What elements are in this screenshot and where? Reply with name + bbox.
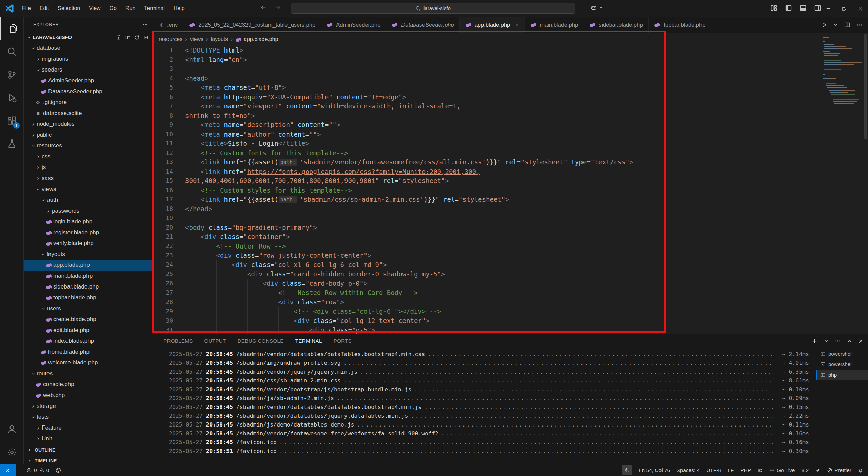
tree-item-seeders[interactable]: seeders [24, 64, 153, 75]
tree-item-home-blade-php[interactable]: home.blade.php [24, 346, 153, 357]
tab-sidebar-blade-php[interactable]: sidebar.blade.php [584, 17, 649, 33]
code-editor[interactable]: 1<!DOCTYPE html>2<html lang="en">34<head… [153, 46, 821, 334]
tree-item-css[interactable]: css [24, 151, 153, 162]
tab-main-blade-php[interactable]: main.blade.php [525, 17, 584, 33]
close-panel-icon[interactable] [858, 339, 863, 344]
status-item-8-2[interactable]: 8.2 [801, 467, 809, 473]
tree-item-users[interactable]: users [24, 303, 153, 314]
command-center-search[interactable]: laravel-sisfo [291, 3, 575, 14]
panel-tab-ports[interactable]: PORTS [333, 335, 352, 347]
tree-item-sass[interactable]: sass [24, 173, 153, 184]
tree-item-public[interactable]: public [24, 130, 153, 140]
activitybar-item-settings-gear[interactable] [0, 441, 24, 464]
tree-item-tests[interactable]: tests [24, 412, 153, 422]
tree-item-layouts[interactable]: layouts [24, 249, 153, 260]
panel-tab-output[interactable]: OUTPUT [204, 335, 227, 347]
minimize-icon[interactable] [820, 0, 836, 17]
breadcrumb-item-resources[interactable]: resources [159, 36, 182, 42]
new-folder-icon[interactable] [125, 35, 131, 40]
status-item-go-live[interactable]: Go Live [769, 467, 795, 473]
copilot-chevron-down-icon[interactable] [599, 6, 603, 10]
restore-icon[interactable] [836, 0, 852, 17]
minimap[interactable] [823, 35, 863, 106]
tree-item-storage[interactable]: storage [24, 401, 153, 412]
status-item-php[interactable]: PHP [740, 467, 751, 473]
status-item-bell[interactable] [858, 468, 863, 473]
terminal-instance-powershell[interactable]: powershell [816, 349, 868, 359]
activitybar-item-account[interactable] [0, 418, 24, 441]
tree-item-auth[interactable]: auth [24, 195, 153, 205]
tree-item-routes[interactable]: routes [24, 368, 153, 379]
tree-item-migrations[interactable]: migrations [24, 54, 153, 64]
breadcrumb-item-views[interactable]: views [190, 36, 203, 42]
tree-item-app-blade-php[interactable]: app.blade.php [24, 260, 153, 271]
status-item-spaces-4[interactable]: Spaces: 4 [676, 467, 700, 473]
activitybar-item-run-debug[interactable] [0, 86, 24, 109]
terminal-profile-chevron-down-icon[interactable] [824, 339, 829, 343]
panel-tab-terminal[interactable]: TERMINAL [295, 335, 323, 347]
breadcrumb-item-app-blade-php[interactable]: app.blade.php [235, 36, 278, 42]
tree-item-register-blade-php[interactable]: register.blade.php [24, 227, 153, 238]
status-item-key[interactable] [815, 468, 821, 473]
tree-item-passwords[interactable]: passwords [24, 205, 153, 216]
tree-item-web-php[interactable]: web.php [24, 390, 153, 401]
split-editor-icon[interactable] [844, 22, 850, 28]
workspace-root-row[interactable]: LARAVEL-SISFO [24, 32, 153, 43]
tab-app-blade-php[interactable]: app.blade.php [460, 17, 525, 33]
tree-item-resources[interactable]: resources [24, 140, 153, 151]
status-item-lf[interactable]: LF [728, 467, 734, 473]
tab-2025-05-22-042329-costum-table-users-php[interactable]: 2025_05_22_042329_costum_table_users.php [183, 17, 321, 33]
toggle-primary-sidebar-icon[interactable] [785, 4, 792, 12]
panel-more-icon[interactable] [835, 338, 841, 344]
collapse-all-icon[interactable] [143, 35, 149, 40]
tree-item-databaseseeder-php[interactable]: DatabaseSeeder.php [24, 86, 153, 97]
close-window-icon[interactable] [852, 0, 868, 17]
tree-item-database-sqlite[interactable]: database.sqlite [24, 108, 153, 119]
tree-item-js[interactable]: js [24, 162, 153, 173]
tree-item-verify-blade-php[interactable]: verify.blade.php [24, 238, 153, 249]
tree-item-topbar-blade-php[interactable]: topbar.blade.php [24, 292, 153, 303]
feedback-smiley-icon[interactable] [55, 467, 61, 473]
menu-view[interactable]: View [84, 3, 105, 14]
copilot-icon[interactable] [590, 4, 597, 12]
explorer-more-icon[interactable] [142, 22, 148, 27]
run-chevron-down-icon[interactable] [833, 23, 838, 27]
tree-item-feature[interactable]: Feature [24, 422, 153, 433]
tree-item-console-php[interactable]: console.php [24, 379, 153, 390]
back-icon[interactable] [260, 4, 267, 11]
new-file-icon[interactable] [116, 35, 121, 40]
close-tab-icon[interactable] [514, 23, 519, 27]
terminal-instance-powershell[interactable]: powershell [816, 359, 868, 370]
status-item-ln-54-col-76[interactable]: Ln 54, Col 76 [639, 467, 670, 473]
status-item-copilot[interactable] [757, 468, 763, 473]
tab-adminseeder-php[interactable]: AdminSeeder.php [321, 17, 386, 33]
panel-tab-debug-console[interactable]: DEBUG CONSOLE [237, 335, 284, 347]
tree-item--gitignore[interactable]: .gitignore [24, 97, 153, 108]
problems-status[interactable]: 0 0 [26, 467, 49, 473]
toggle-panel-icon[interactable] [800, 4, 807, 12]
tree-item-views[interactable]: views [24, 184, 153, 195]
tree-item-create-blade-php[interactable]: create.blade.php [24, 314, 153, 325]
tree-item-adminseeder-php[interactable]: AdminSeeder.php [24, 75, 153, 86]
tree-item-login-blade-php[interactable]: login.blade.php [24, 216, 153, 227]
status-item-zoom-in[interactable] [622, 465, 632, 475]
tree-item-edit-blade-php[interactable]: edit.blade.php [24, 325, 153, 336]
menu-go[interactable]: Go [105, 3, 121, 14]
activitybar-item-testing[interactable] [0, 132, 24, 155]
menu-run[interactable]: Run [121, 3, 140, 14]
outline-section[interactable]: OUTLINE [24, 444, 153, 455]
activitybar-item-search[interactable] [0, 40, 24, 63]
tree-item-database[interactable]: database [24, 43, 153, 54]
menu-file[interactable]: File [18, 3, 35, 14]
editor-scrollbar[interactable] [864, 34, 867, 139]
activitybar-item-source-control[interactable] [0, 63, 24, 86]
tree-item-welcome-blade-php[interactable]: welcome.blade.php [24, 357, 153, 368]
tree-item-index-blade-php[interactable]: index.blade.php [24, 336, 153, 346]
menu-terminal[interactable]: Terminal [140, 3, 169, 14]
maximize-panel-icon[interactable] [847, 339, 852, 344]
remote-indicator[interactable] [0, 464, 16, 476]
activitybar-item-extensions[interactable]: 1 [0, 109, 24, 132]
forward-icon[interactable] [274, 4, 281, 11]
tab--env[interactable]: .env [153, 17, 183, 33]
menu-edit[interactable]: Edit [35, 3, 54, 14]
